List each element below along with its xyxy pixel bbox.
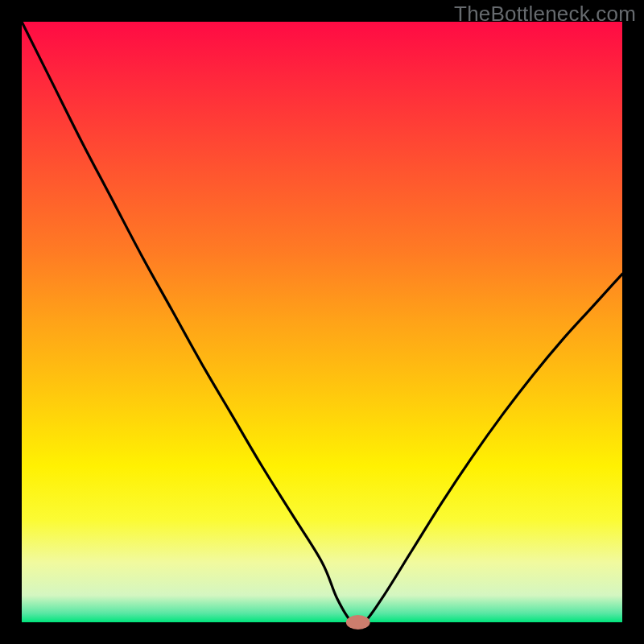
bottleneck-chart: TheBottleneck.com [0, 0, 644, 644]
plot-background [22, 22, 622, 622]
optimal-point-marker [346, 615, 370, 630]
chart-canvas [0, 0, 644, 644]
watermark-text: TheBottleneck.com [454, 2, 636, 27]
